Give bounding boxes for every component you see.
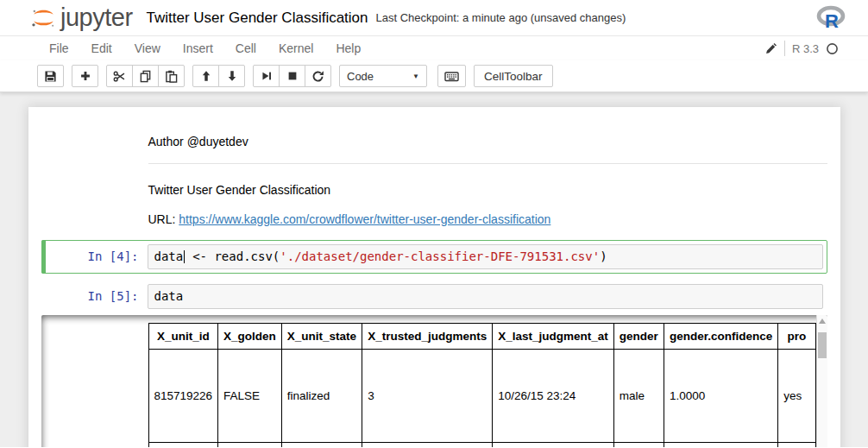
menu-item-kernel[interactable]: Kernel: [267, 36, 324, 60]
menubar-divider: [784, 41, 785, 56]
column-header: X_trusted_judgments: [362, 324, 493, 350]
table-cell: FALSE: [218, 350, 282, 443]
table-cell: 1.0000: [664, 350, 777, 443]
scissors-icon: [113, 70, 126, 83]
select-caret-icon: ▼: [412, 73, 419, 80]
author-text: Author @duyetdev: [148, 135, 827, 149]
dataframe-body: 815719226FALSEfinalized310/26/15 23:24ma…: [148, 350, 815, 448]
code-cell-5[interactable]: In [5]: data: [41, 280, 827, 313]
table-cell: [664, 443, 777, 448]
scrolled-output-area[interactable]: X_unit_idX_goldenX_unit_stateX_trusted_j…: [41, 315, 827, 447]
restart-icon: [311, 70, 324, 83]
column-header: X_golden: [218, 324, 282, 350]
dataframe-header-row: X_unit_idX_goldenX_unit_stateX_trusted_j…: [148, 324, 815, 350]
paste-icon: [165, 70, 178, 83]
save-icon: [44, 70, 57, 83]
url-label: URL:: [148, 212, 179, 226]
move-cell-up-button[interactable]: [192, 65, 219, 87]
column-header: X_last_judgment_at: [493, 324, 614, 350]
app-header: jupyter Twitter User Gender Classificati…: [0, 0, 868, 36]
table-cell: [778, 443, 815, 448]
code-cell-4[interactable]: In [4]: data <- read.csv('./dataset/gend…: [41, 240, 827, 274]
markdown-rendered: Author @duyetdev Twitter User Gender Cla…: [148, 120, 827, 227]
notebook-title[interactable]: Twitter User Gender Classification: [147, 9, 368, 27]
paste-cell-button[interactable]: [158, 65, 185, 87]
output-scrollbar[interactable]: [816, 315, 827, 447]
input-prompt-4: In [4]:: [46, 244, 148, 269]
dataframe-output: X_unit_idX_goldenX_unit_stateX_trusted_j…: [148, 315, 816, 447]
run-cell-button[interactable]: [253, 65, 280, 87]
jupyter-logo-icon: [30, 4, 57, 31]
notebook-container: Author @duyetdev Twitter User Gender Cla…: [28, 107, 840, 447]
edit-mode-pencil-icon: [764, 42, 777, 55]
jupyter-logo[interactable]: jupyter: [30, 3, 133, 32]
celltoolbar-button[interactable]: CellToolbar: [474, 65, 553, 87]
menubar: FileEditViewInsertCellKernelHelp R 3.3: [0, 36, 868, 60]
column-header: gender: [613, 324, 664, 350]
menu-item-help[interactable]: Help: [324, 36, 372, 60]
jupyter-wordmark: jupyter: [60, 3, 133, 32]
table-cell: male: [613, 350, 664, 443]
move-cell-down-button[interactable]: [218, 65, 245, 87]
table-row-partial: [148, 443, 815, 448]
cut-cell-button[interactable]: [106, 65, 133, 87]
input-prompt-5: In [5]:: [46, 284, 148, 309]
kaggle-dataset-link[interactable]: https://www.kaggle.com/crowdflower/twitt…: [179, 212, 550, 226]
menu-item-file[interactable]: File: [38, 36, 80, 60]
step-forward-icon: [261, 70, 273, 82]
insert-cell-button[interactable]: [72, 65, 98, 87]
menu-item-view[interactable]: View: [123, 36, 172, 60]
menu-item-insert[interactable]: Insert: [172, 36, 224, 60]
table-cell: 3: [362, 350, 493, 443]
table-row: 815719226FALSEfinalized310/26/15 23:24ma…: [148, 350, 815, 443]
table-cell: [218, 443, 282, 448]
kernel-indicator-name: R 3.3: [792, 42, 819, 55]
markdown-cell[interactable]: Author @duyetdev Twitter User Gender Cla…: [41, 120, 827, 227]
notebook-panel: Author @duyetdev Twitter User Gender Cla…: [0, 92, 868, 447]
cell-type-select[interactable]: Code ▼: [339, 65, 427, 87]
column-header: gender.confidence: [664, 324, 777, 350]
table-cell: 10/26/15 23:24: [493, 350, 614, 443]
restart-kernel-button[interactable]: [305, 65, 331, 87]
table-cell: [148, 443, 218, 448]
code-string-literal: './dataset/gender-classifier-DFE-791531.…: [280, 249, 600, 263]
checkpoint-status: Last Checkpoint: a minute ago (unsaved c…: [376, 11, 626, 24]
arrow-down-icon: [226, 70, 238, 82]
menu-item-edit[interactable]: Edit: [80, 36, 123, 60]
menu-item-cell[interactable]: Cell: [224, 36, 267, 60]
code-text: data: [154, 249, 184, 263]
table-cell: [613, 443, 664, 448]
column-header: X_unit_state: [281, 324, 362, 350]
code-input-4[interactable]: data <- read.csv('./dataset/gender-class…: [148, 244, 823, 269]
table-cell: finalized: [281, 350, 362, 443]
markdown-heading: Twitter User Gender Classification: [148, 183, 827, 198]
toolbar: Code ▼ CellToo: [0, 60, 868, 92]
menu-list: FileEditViewInsertCellKernelHelp: [38, 36, 372, 60]
table-cell: 815719226: [148, 350, 218, 443]
markdown-prompt-spacer: [41, 120, 148, 227]
table-cell: yes: [778, 350, 815, 443]
column-header: X_unit_id: [148, 324, 218, 350]
dataframe-table: X_unit_idX_goldenX_unit_stateX_trusted_j…: [148, 323, 816, 447]
save-button[interactable]: [37, 65, 64, 87]
scrollbar-up-arrow-icon[interactable]: [819, 319, 826, 324]
table-cell: [362, 443, 493, 448]
kernel-idle-icon: [826, 42, 839, 55]
keyboard-icon: [444, 70, 459, 83]
r-kernel-logo: R: [816, 5, 847, 31]
command-palette-button[interactable]: [437, 65, 466, 87]
code-text: <- read.csv(: [186, 249, 280, 263]
code-text: data: [154, 289, 184, 303]
code-input-5[interactable]: data: [148, 284, 823, 309]
copy-icon: [139, 70, 152, 83]
scrollbar-thumb[interactable]: [818, 332, 827, 358]
interrupt-kernel-button[interactable]: [279, 65, 305, 87]
copy-cell-button[interactable]: [132, 65, 159, 87]
code-text: ): [600, 249, 607, 263]
column-header: pro: [778, 324, 815, 350]
svg-text:R: R: [825, 10, 839, 31]
url-paragraph: URL: https://www.kaggle.com/crowdflower/…: [148, 212, 827, 227]
table-cell: [493, 443, 614, 448]
table-cell: [281, 443, 362, 448]
markdown-divider: [148, 163, 827, 164]
